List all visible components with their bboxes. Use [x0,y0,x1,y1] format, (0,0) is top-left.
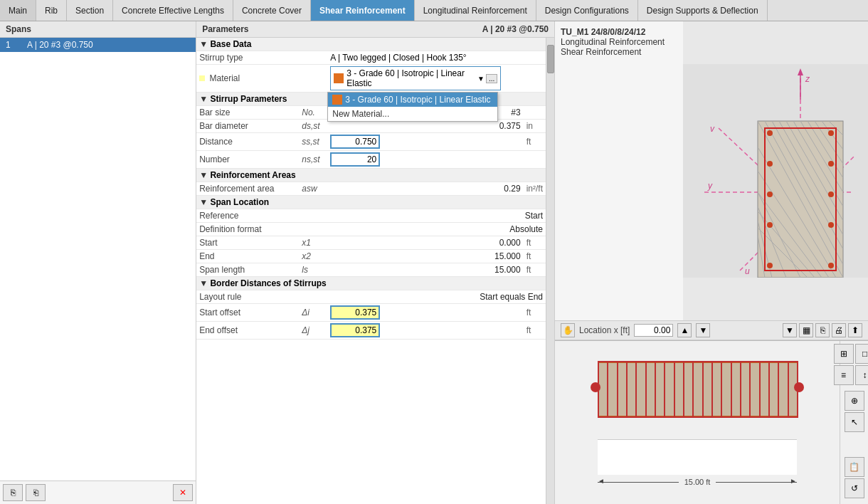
section-base-data[interactable]: ▼ Base Data [196,38,546,51]
end-offset-input[interactable] [330,323,380,337]
number-value-cell [327,151,523,169]
pan-button[interactable]: ✋ [561,323,575,337]
collapse-base-data-icon[interactable]: ▼ [199,39,208,49]
location-input[interactable] [634,324,673,337]
dropdown-item-1[interactable]: 3 - Grade 60 | Isotropic | Linear Elasti… [328,93,497,107]
number-input[interactable] [330,152,380,167]
delete-button[interactable]: ✕ [173,484,193,501]
end-offset-label: End offset [196,322,299,340]
distance-unit: ft [524,133,546,151]
dropdown-more-icon[interactable]: ... [486,74,497,83]
dropdown-arrow-icon: ▼ [477,75,485,83]
svg-text:y: y [707,181,713,191]
span-length-label: Span length [196,263,299,277]
material-dropdown-value: 3 - Grade 60 | Isotropic | Linear Elasti… [346,68,477,88]
paste-button[interactable]: ⎗ [26,484,46,501]
collapse-reinforcement-areas-icon[interactable]: ▼ [199,170,208,180]
mode-button-1[interactable]: ⊕ [845,391,864,411]
collapse-span-location-icon[interactable]: ▼ [199,197,208,207]
svg-point-40 [828,222,834,228]
refresh-icon: ↺ [851,483,858,493]
print-button[interactable]: 🖨 [832,323,846,337]
stirrup-line [759,361,761,418]
reference-row: Reference Start [196,209,546,223]
def-format-value: Absolute [327,223,546,236]
number-row: Number ns,st [196,151,546,169]
info-line2: Shear Reinforcement [561,47,677,57]
tab-concrete-cover[interactable]: Concrete Cover [233,0,311,21]
extra-buttons: 📋 ↺ [845,457,864,501]
export-icon: ⬆ [852,325,859,335]
bottom-area: 15.00 ft ⊞ □ [555,340,868,504]
material-dropdown[interactable]: 3 - Grade 60 | Isotropic | Linear Elasti… [330,66,501,90]
stirrup-line [797,361,798,418]
params-scrollbar[interactable] [546,38,554,504]
filter-button[interactable]: ▼ [783,323,797,337]
tab-design-configurations[interactable]: Design Configurations [536,0,638,21]
bottom-main: 15.00 ft [555,341,840,504]
section-border-distances[interactable]: ▼ Border Distances of Stirrups [196,277,546,290]
mode-button-2[interactable]: ↖ [845,412,864,432]
tab-bar: Main Rib Section Concrete Effective Leng… [0,0,868,21]
stirrup-line [692,361,694,418]
svg-point-36 [767,263,773,268]
tab-concrete-effective-lengths[interactable]: Concrete Effective Lengths [113,0,233,21]
tab-main[interactable]: Main [0,0,36,21]
bar-size-unit [524,106,546,120]
material-color-swatch [334,73,344,83]
tab-rib[interactable]: Rib [36,0,67,21]
layout-rule-label: Layout rule [196,290,299,304]
svg-point-42 [767,191,773,197]
loc-down-button[interactable]: ▼ [696,323,710,337]
section-reinforcement-areas[interactable]: ▼ Reinforcement Areas [196,169,546,182]
copy-button[interactable]: ⎘ [3,484,23,501]
params-header: Parameters A | 20 #3 @0.750 [196,21,554,38]
distance-value-cell [327,133,523,151]
start-sym: x1 [299,236,327,250]
span-row[interactable]: 1 A | 20 #3 @0.750 [0,38,196,52]
stirrup-line [749,361,751,418]
bar-diameter-sym: ds,st [299,120,327,133]
copy-view-icon: ⎘ [820,325,825,335]
report-button[interactable]: 📋 [845,457,864,477]
number-label: Number [196,151,299,169]
view-button-4[interactable]: ↕ [855,365,869,385]
dropdown-item-new-material[interactable]: New Material... [328,107,497,121]
stirrup-line [768,361,770,418]
tab-design-supports-deflection[interactable]: Design Supports & Deflection [638,0,768,21]
params-title: Parameters [202,24,248,34]
export-button[interactable]: ⬆ [848,323,862,337]
start-offset-input[interactable] [330,305,380,320]
end-label: End [196,250,299,263]
tab-section[interactable]: Section [67,0,113,21]
bar-size-sym: No. [299,106,327,120]
view-button-2[interactable]: □ [855,344,869,364]
start-offset-unit: ft [524,304,546,322]
loc-up-button[interactable]: ▲ [677,323,692,337]
collapse-stirrup-params-icon[interactable]: ▼ [199,94,208,104]
end-value: 15.000 [327,250,523,263]
layout-rule-value: Start equals End [327,290,546,304]
start-offset-row: Start offset Δi ft [196,304,546,322]
bottom-toolbar-right: ⊞ □ ≡ ↕ [840,341,868,504]
collapse-border-distances-icon[interactable]: ▼ [199,278,208,288]
distance-input[interactable] [330,135,380,149]
model-title: TU_M1 24/8/0/8/24/12 [561,27,677,37]
material-dropdown-list: 3 - Grade 60 | Isotropic | Linear Elasti… [327,92,498,122]
material-row: Material 3 - Grade 60 | Isotropic | Line… [196,65,546,93]
view-button-3[interactable]: ≡ [834,365,854,385]
bar-diameter-unit: in [524,120,546,133]
table-button[interactable]: ▦ [799,323,813,337]
bar-diameter-label: Bar diameter [196,120,299,133]
copy-view-button[interactable]: ⎘ [815,323,830,337]
svg-point-34 [767,130,773,136]
section-span-location[interactable]: ▼ Span Location [196,196,546,209]
right-toolbar-icons: ▼ ▦ ⎘ 🖨 ⬆ [783,323,862,337]
tab-shear-reinforcement[interactable]: Shear Reinforcement [311,0,415,21]
refresh-button[interactable]: ↺ [845,478,864,498]
down-icon: ▼ [699,325,707,335]
stirrup-line [711,361,713,418]
arrows-icon: ↕ [863,370,867,380]
view-button-1[interactable]: ⊞ [834,344,854,364]
tab-longitudinal-reinforcement[interactable]: Longitudinal Reinforcement [415,0,536,21]
